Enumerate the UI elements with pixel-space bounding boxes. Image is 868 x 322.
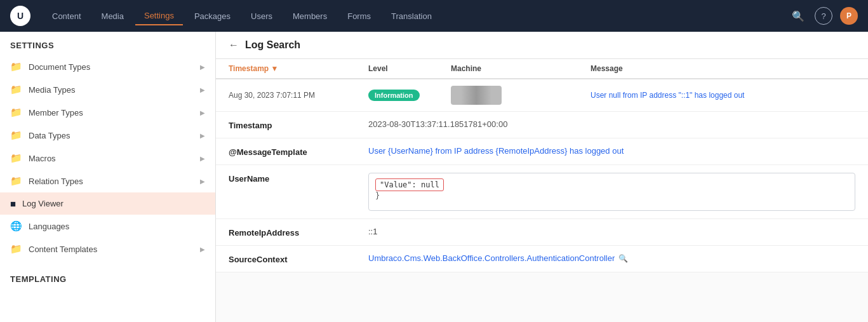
globe-icon: 🌐 — [10, 220, 22, 232]
log-timestamp: Aug 30, 2023 7:07:11 PM — [229, 91, 368, 100]
chevron-right-icon: ▶ — [200, 155, 205, 162]
sidebar-item-label: Relation Types — [29, 177, 194, 186]
chevron-right-icon: ▶ — [200, 246, 205, 253]
sidebar-item-relation-types[interactable]: 📁 Relation Types ▶ — [0, 170, 215, 192]
log-viewer-icon: ■ — [10, 198, 16, 209]
detail-label-message-template: @MessageTemplate — [229, 146, 368, 157]
detail-label-remote-ip: RemoteIpAddress — [229, 227, 368, 238]
sidebar-item-label: Data Types — [29, 131, 194, 140]
sidebar-item-content-templates[interactable]: 📁 Content Templates ▶ — [0, 238, 215, 260]
log-message: User null from IP address "::1" has logg… — [591, 91, 855, 100]
page-title: Log Search — [245, 39, 300, 51]
nav-settings[interactable]: Settings — [135, 7, 183, 25]
main-content: ← Log Search Timestamp ▼ Level Machine M… — [216, 32, 868, 322]
nav-forms[interactable]: Forms — [338, 8, 380, 25]
sidebar-item-languages[interactable]: 🌐 Languages — [0, 215, 215, 238]
app-layout: Settings 📁 Document Types ▶ 📁 Media Type… — [0, 32, 868, 322]
sidebar-item-label: Log Viewer — [22, 199, 205, 208]
code-block-username: "Value": null } — [368, 173, 855, 211]
detail-row-timestamp: Timestamp 2023-08-30T13:37:11.1851781+00… — [216, 112, 868, 138]
chevron-right-icon: ▶ — [200, 109, 205, 116]
detail-value-remote-ip: ::1 — [368, 227, 855, 236]
chevron-right-icon: ▶ — [200, 132, 205, 139]
nav-icons: 🔍 ? P — [789, 7, 858, 25]
main-wrap: ← Log Search Timestamp ▼ Level Machine M… — [216, 32, 868, 322]
folder-icon: 📁 — [10, 84, 22, 95]
col-message: Message — [591, 64, 855, 73]
table-header: Timestamp ▼ Level Machine Message — [216, 59, 868, 79]
sidebar-title: Settings — [0, 32, 215, 55]
page-header: ← Log Search — [216, 32, 868, 59]
detail-row-remote-ip: RemoteIpAddress ::1 — [216, 219, 868, 246]
log-entry-row[interactable]: Aug 30, 2023 7:07:11 PM Information User… — [216, 79, 868, 112]
nav-packages[interactable]: Packages — [185, 8, 239, 25]
col-timestamp[interactable]: Timestamp ▼ — [229, 64, 368, 73]
avatar[interactable]: P — [840, 7, 858, 25]
sidebar-item-label: Media Types — [29, 85, 194, 95]
sidebar-section-templating: Templating — [0, 265, 215, 289]
detail-value-timestamp: 2023-08-30T13:37:11.1851781+00:00 — [368, 119, 855, 129]
source-context-text: Umbraco.Cms.Web.BackOffice.Controllers.A… — [368, 253, 615, 263]
sidebar-item-macros[interactable]: 📁 Macros ▶ — [0, 147, 215, 170]
chevron-right-icon: ▶ — [200, 86, 205, 93]
col-machine: Machine — [451, 64, 591, 73]
code-highlighted-value: "Value": null — [375, 178, 444, 191]
sidebar-item-member-types[interactable]: 📁 Member Types ▶ — [0, 101, 215, 124]
sidebar-item-data-types[interactable]: 📁 Data Types ▶ — [0, 124, 215, 147]
help-icon[interactable]: ? — [815, 7, 832, 25]
nav-translation[interactable]: Translation — [382, 8, 441, 25]
sidebar-item-label: Document Types — [29, 62, 194, 72]
detail-label-timestamp: Timestamp — [229, 119, 368, 130]
folder-icon: 📁 — [10, 175, 22, 187]
sidebar-item-label: Languages — [29, 222, 205, 231]
sidebar-item-log-viewer[interactable]: ■ Log Viewer — [0, 192, 215, 215]
sidebar-item-label: Member Types — [29, 108, 194, 117]
search-icon[interactable]: 🔍 — [789, 7, 807, 25]
detail-value-message-template: User {UserName} from IP address {RemoteI… — [368, 146, 855, 156]
top-navigation: U Content Media Settings Packages Users … — [0, 0, 868, 32]
detail-value-username: "Value": null } — [368, 173, 855, 211]
nav-members[interactable]: Members — [284, 8, 336, 25]
log-machine — [451, 86, 591, 105]
back-button[interactable]: ← — [229, 39, 239, 51]
folder-icon: 📁 — [10, 243, 22, 255]
detail-section: Timestamp 2023-08-30T13:37:11.1851781+00… — [216, 112, 868, 272]
search-icon-small[interactable]: 🔍 — [618, 254, 628, 263]
nav-users[interactable]: Users — [242, 8, 281, 25]
sidebar: Settings 📁 Document Types ▶ 📁 Media Type… — [0, 32, 216, 322]
folder-icon: 📁 — [10, 130, 22, 141]
folder-icon: 📁 — [10, 107, 22, 118]
detail-row-source-context: SourceContext Umbraco.Cms.Web.BackOffice… — [216, 246, 868, 272]
col-level: Level — [368, 64, 451, 73]
folder-icon: 📁 — [10, 152, 22, 164]
detail-value-source-context: Umbraco.Cms.Web.BackOffice.Controllers.A… — [368, 253, 855, 263]
detail-row-username: UserName "Value": null } — [216, 165, 868, 219]
folder-icon: 📁 — [10, 61, 22, 72]
detail-row-message-template: @MessageTemplate User {UserName} from IP… — [216, 138, 868, 165]
machine-blurred-value — [451, 86, 502, 105]
log-level: Information — [368, 90, 451, 101]
code-brace: } — [375, 191, 380, 200]
chevron-right-icon: ▶ — [200, 178, 205, 185]
nav-content[interactable]: Content — [43, 8, 90, 25]
sidebar-item-media-types[interactable]: 📁 Media Types ▶ — [0, 78, 215, 101]
sidebar-item-document-types[interactable]: 📁 Document Types ▶ — [0, 55, 215, 78]
detail-label-source-context: SourceContext — [229, 253, 368, 264]
detail-label-username: UserName — [229, 173, 368, 184]
info-badge: Information — [368, 90, 420, 101]
app-logo[interactable]: U — [10, 6, 30, 26]
sidebar-item-label: Content Templates — [29, 245, 194, 254]
nav-media[interactable]: Media — [93, 8, 133, 25]
sidebar-item-label: Macros — [29, 154, 194, 163]
chevron-right-icon: ▶ — [200, 64, 205, 70]
